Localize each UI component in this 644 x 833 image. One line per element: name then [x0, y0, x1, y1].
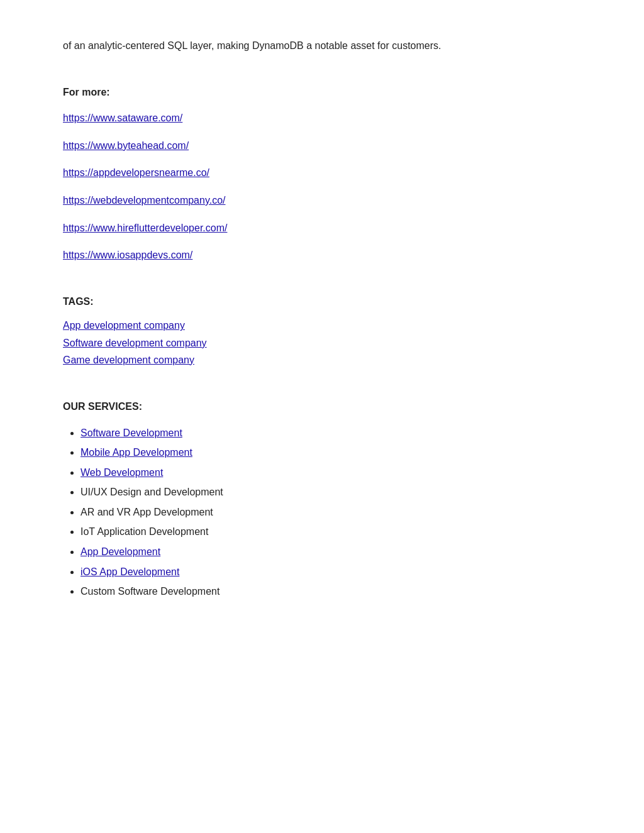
service-list-item[interactable]: Software Development	[80, 425, 581, 441]
tag-link[interactable]: App development company	[63, 317, 581, 334]
service-list-item: AR and VR App Development	[80, 504, 581, 521]
service-list-item: Custom Software Development	[80, 583, 581, 600]
service-link[interactable]: iOS App Development	[80, 566, 179, 577]
tags-heading: TAGS:	[63, 294, 581, 310]
services-list: Software DevelopmentMobile App Developme…	[63, 425, 581, 600]
for-more-section: For more: https://www.sataware.com/https…	[63, 84, 581, 263]
for-more-link[interactable]: https://www.hireflutterdeveloper.com/	[63, 220, 581, 236]
service-link[interactable]: Web Development	[80, 467, 163, 478]
for-more-link[interactable]: https://appdevelopersnearme.co/	[63, 165, 581, 181]
for-more-heading: For more:	[63, 84, 581, 101]
tag-link[interactable]: Software development company	[63, 334, 581, 351]
tags-section: TAGS: App development companySoftware de…	[63, 294, 581, 368]
service-link[interactable]: App Development	[80, 546, 160, 557]
for-more-link[interactable]: https://www.sataware.com/	[63, 110, 581, 126]
service-link[interactable]: Software Development	[80, 428, 182, 438]
tag-link[interactable]: Game development company	[63, 351, 581, 368]
service-link[interactable]: Mobile App Development	[80, 447, 192, 458]
service-list-item: IoT Application Development	[80, 524, 581, 540]
tags-links: App development companySoftware developm…	[63, 317, 581, 368]
service-list-item[interactable]: iOS App Development	[80, 564, 581, 580]
for-more-link[interactable]: https://www.byteahead.com/	[63, 138, 581, 154]
service-list-item: UI/UX Design and Development	[80, 484, 581, 500]
service-list-item[interactable]: Mobile App Development	[80, 444, 581, 461]
service-list-item[interactable]: App Development	[80, 544, 581, 560]
for-more-link[interactable]: https://www.iosappdevs.com/	[63, 247, 581, 263]
services-section: OUR SERVICES: Software DevelopmentMobile…	[63, 399, 581, 600]
service-list-item[interactable]: Web Development	[80, 465, 581, 481]
services-heading: OUR SERVICES:	[63, 399, 581, 415]
for-more-links: https://www.sataware.com/https://www.byt…	[63, 110, 581, 263]
intro-paragraph: of an analytic-centered SQL layer, makin…	[63, 38, 581, 54]
intro-text: of an analytic-centered SQL layer, makin…	[63, 40, 441, 51]
for-more-link[interactable]: https://webdevelopmentcompany.co/	[63, 192, 581, 209]
